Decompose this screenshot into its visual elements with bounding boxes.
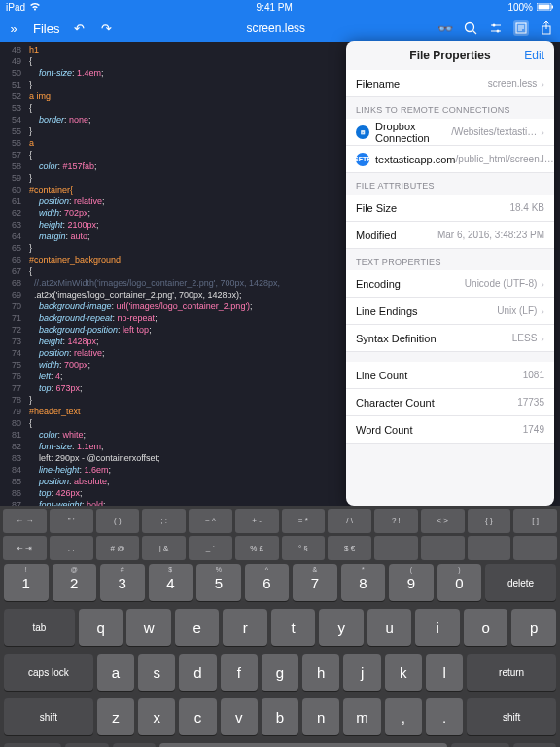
sym-key[interactable]: = * <box>282 509 326 533</box>
sym-key[interactable]: $ € <box>328 536 371 560</box>
settings-icon[interactable] <box>488 20 504 36</box>
sym-key[interactable]: [ ] <box>513 509 557 533</box>
key-p[interactable]: p <box>511 609 556 646</box>
sym-key[interactable]: , . <box>50 536 93 560</box>
filename-row[interactable]: Filename screen.less › <box>346 70 554 97</box>
share-icon[interactable] <box>539 20 554 36</box>
key-1[interactable]: 1 <box>4 564 49 601</box>
sym-key[interactable]: " ' <box>50 509 93 533</box>
sym-key[interactable] <box>421 536 465 560</box>
key-n[interactable]: n <box>302 698 339 735</box>
sym-key[interactable]: + - <box>235 509 279 533</box>
key-t[interactable]: t <box>271 609 316 646</box>
search-icon[interactable] <box>463 20 478 36</box>
key-o[interactable]: o <box>464 609 508 646</box>
sym-key[interactable]: / \ <box>328 509 371 533</box>
delete-key[interactable]: delete <box>485 564 556 601</box>
chevron-right-icon: › <box>541 333 544 344</box>
key-3[interactable]: 3 <box>100 564 145 601</box>
key-h[interactable]: h <box>302 654 339 691</box>
key-5[interactable]: 5 <box>196 564 241 601</box>
key-x[interactable]: x <box>138 698 175 735</box>
key-m[interactable]: m <box>343 698 380 735</box>
key-u[interactable]: u <box>368 609 412 646</box>
key-9[interactable]: 9 <box>389 564 434 601</box>
sym-key[interactable]: _ ` <box>189 536 232 560</box>
key-z[interactable]: z <box>97 698 134 735</box>
sym-key[interactable]: # @ <box>96 536 140 560</box>
key-q[interactable]: q <box>79 609 123 646</box>
key-c[interactable]: c <box>179 698 216 735</box>
sym-key[interactable]: ~ ^ <box>189 509 232 533</box>
document-title: screen.less <box>114 21 438 35</box>
key-i[interactable]: i <box>415 609 460 646</box>
key-0[interactable]: 0 <box>438 564 482 601</box>
key-l[interactable]: l <box>426 654 463 691</box>
svg-rect-1 <box>539 5 550 10</box>
shift-key[interactable]: shift <box>4 698 93 735</box>
panel-row[interactable]: EncodingUnicode (UTF-8)› <box>346 270 554 298</box>
sym-key[interactable] <box>374 536 418 560</box>
panel-row[interactable]: SFTPtextasticapp.com/public_html/screen.… <box>346 146 554 173</box>
chevron-right-icon: › <box>541 305 544 317</box>
panel-row[interactable]: Syntax DefinitionLESS› <box>346 325 554 352</box>
capslock-key[interactable]: caps lock <box>4 654 93 691</box>
key-b[interactable]: b <box>262 698 298 735</box>
mic-key[interactable]: 🎤 <box>113 743 156 747</box>
glasses-icon[interactable]: 👓 <box>438 20 453 36</box>
sym-key[interactable]: | & <box>142 536 186 560</box>
sym-key[interactable]: < > <box>421 509 465 533</box>
return-key[interactable]: return <box>467 654 556 691</box>
sftp-icon: SFTP <box>356 153 369 166</box>
sym-key[interactable]: ° § <box>282 536 326 560</box>
sym-key[interactable]: { } <box>468 509 511 533</box>
key-s[interactable]: s <box>138 654 175 691</box>
key-v[interactable]: v <box>221 698 258 735</box>
files-button[interactable]: Files <box>33 21 59 36</box>
menu-icon[interactable]: » <box>6 20 21 36</box>
sym-key[interactable]: ← → <box>3 509 47 533</box>
sym-key[interactable]: ; : <box>142 509 186 533</box>
key-g[interactable]: g <box>262 654 298 691</box>
panel-row[interactable]: Line EndingsUnix (LF)› <box>346 298 554 325</box>
key-8[interactable]: 8 <box>341 564 386 601</box>
properties-icon[interactable] <box>513 20 529 36</box>
globe-key[interactable]: 🌐 <box>65 743 108 747</box>
key-k[interactable]: k <box>385 654 422 691</box>
key-f[interactable]: f <box>221 654 258 691</box>
filename-value: screen.less <box>488 78 538 89</box>
status-bar: iPad 9:41 PM 100% <box>0 0 560 15</box>
redo-icon[interactable]: ↷ <box>98 20 114 36</box>
key-d[interactable]: d <box>179 654 216 691</box>
tab-key[interactable]: tab <box>4 609 75 646</box>
panel-row[interactable]: ⧈Dropbox Connection/Websites/textasti…› <box>346 119 554 146</box>
sym-key[interactable]: ? ! <box>374 509 418 533</box>
hide-keyboard-key[interactable]: ⌨︎ <box>513 743 556 747</box>
key-e[interactable]: e <box>175 609 220 646</box>
key-j[interactable]: j <box>343 654 380 691</box>
key-7[interactable]: 7 <box>293 564 337 601</box>
sym-key[interactable] <box>513 536 557 560</box>
edit-button[interactable]: Edit <box>524 49 544 62</box>
keyboard[interactable]: ← →" '( ); :~ ^+ -= */ \? !< >{ }[ ] ⇤ ⇥… <box>0 506 560 747</box>
sym-key[interactable]: ( ) <box>96 509 140 533</box>
svg-line-4 <box>473 31 477 35</box>
shift-key-right[interactable]: shift <box>467 698 556 735</box>
key-y[interactable]: y <box>319 609 364 646</box>
mode-key[interactable]: .?123 <box>4 743 61 747</box>
key-4[interactable]: 4 <box>149 564 193 601</box>
key-.[interactable]: . <box>426 698 463 735</box>
key-2[interactable]: 2 <box>52 564 97 601</box>
key-6[interactable]: 6 <box>245 564 290 601</box>
key-w[interactable]: w <box>126 609 171 646</box>
key-,[interactable]: , <box>385 698 422 735</box>
mode-key-right[interactable]: .?123 <box>451 743 508 747</box>
text-header: TEXT PROPERTIES <box>346 249 554 270</box>
sym-key[interactable] <box>468 536 511 560</box>
key-a[interactable]: a <box>97 654 134 691</box>
space-key[interactable] <box>159 743 447 747</box>
undo-icon[interactable]: ↶ <box>71 20 87 36</box>
sym-key[interactable]: % £ <box>235 536 279 560</box>
key-r[interactable]: r <box>223 609 267 646</box>
sym-key[interactable]: ⇤ ⇥ <box>3 536 47 560</box>
